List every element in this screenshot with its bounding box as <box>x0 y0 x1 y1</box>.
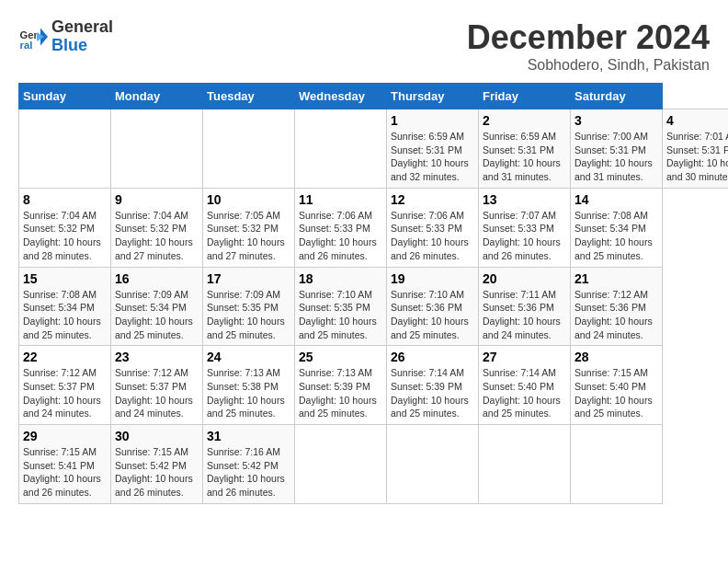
day-info: Sunrise: 7:13 AMSunset: 5:39 PMDaylight:… <box>299 367 377 419</box>
day-number: 20 <box>483 271 566 286</box>
empty-cell <box>111 109 203 189</box>
header-tuesday: Tuesday <box>203 84 295 109</box>
day-info: Sunrise: 7:09 AMSunset: 5:34 PMDaylight:… <box>115 289 193 340</box>
day-info: Sunrise: 7:10 AMSunset: 5:35 PMDaylight:… <box>299 289 377 340</box>
page-subtitle: Sobhodero, Sindh, Pakistan <box>467 57 710 74</box>
day-info: Sunrise: 7:14 AMSunset: 5:39 PMDaylight:… <box>391 367 469 419</box>
day-number: 19 <box>391 271 474 286</box>
day-info: Sunrise: 7:08 AMSunset: 5:34 PMDaylight:… <box>23 289 101 340</box>
day-info: Sunrise: 7:08 AMSunset: 5:34 PMDaylight:… <box>574 210 653 261</box>
day-info: Sunrise: 7:00 AMSunset: 5:31 PMDaylight:… <box>574 131 653 182</box>
day-info: Sunrise: 7:06 AMSunset: 5:33 PMDaylight:… <box>299 210 377 261</box>
day-info: Sunrise: 7:01 AMSunset: 5:31 PMDaylight:… <box>666 131 728 182</box>
day-info: Sunrise: 7:12 AMSunset: 5:37 PMDaylight:… <box>115 367 193 419</box>
day-info: Sunrise: 7:06 AMSunset: 5:33 PMDaylight:… <box>391 210 469 261</box>
day-info: Sunrise: 7:04 AMSunset: 5:32 PMDaylight:… <box>23 210 101 261</box>
calendar-day: 4Sunrise: 7:01 AMSunset: 5:31 PMDaylight… <box>663 109 729 189</box>
day-info: Sunrise: 6:59 AMSunset: 5:31 PMDaylight:… <box>391 131 469 182</box>
day-number: 25 <box>299 350 382 364</box>
empty-cell <box>203 109 295 189</box>
day-info: Sunrise: 7:04 AMSunset: 5:32 PMDaylight:… <box>115 210 193 261</box>
calendar-day: 17Sunrise: 7:09 AMSunset: 5:35 PMDayligh… <box>203 267 295 346</box>
calendar-day: 12Sunrise: 7:06 AMSunset: 5:33 PMDayligh… <box>387 188 479 267</box>
day-number: 4 <box>666 113 728 128</box>
day-number: 9 <box>115 192 199 207</box>
calendar-day: 13Sunrise: 7:07 AMSunset: 5:33 PMDayligh… <box>479 188 571 267</box>
day-number: 27 <box>483 350 566 364</box>
calendar-day: 8Sunrise: 7:04 AMSunset: 5:32 PMDaylight… <box>19 188 111 267</box>
calendar-week-4: 22Sunrise: 7:12 AMSunset: 5:37 PMDayligh… <box>19 346 729 425</box>
calendar-day: 29Sunrise: 7:15 AMSunset: 5:41 PMDayligh… <box>19 425 111 504</box>
day-number: 11 <box>299 192 382 207</box>
calendar-day: 27Sunrise: 7:14 AMSunset: 5:40 PMDayligh… <box>479 346 571 425</box>
page-title: December 2024 <box>467 18 710 57</box>
svg-text:ral: ral <box>20 40 33 51</box>
day-number: 3 <box>574 113 658 128</box>
day-number: 18 <box>299 271 382 286</box>
calendar-day: 25Sunrise: 7:13 AMSunset: 5:39 PMDayligh… <box>295 346 387 425</box>
calendar-day: 16Sunrise: 7:09 AMSunset: 5:34 PMDayligh… <box>111 267 203 346</box>
empty-cell <box>295 109 387 189</box>
calendar-day: 28Sunrise: 7:15 AMSunset: 5:40 PMDayligh… <box>571 346 663 425</box>
day-info: Sunrise: 7:16 AMSunset: 5:42 PMDaylight:… <box>207 446 285 498</box>
day-info: Sunrise: 7:12 AMSunset: 5:36 PMDaylight:… <box>574 289 653 340</box>
day-info: Sunrise: 7:07 AMSunset: 5:33 PMDaylight:… <box>483 210 561 261</box>
logo-text: General Blue <box>51 18 113 55</box>
day-number: 14 <box>574 192 658 207</box>
day-info: Sunrise: 7:09 AMSunset: 5:35 PMDaylight:… <box>207 289 285 340</box>
day-number: 31 <box>207 429 290 443</box>
logo: Gene ral General Blue <box>18 18 113 55</box>
header-thursday: Thursday <box>387 84 479 109</box>
calendar-day: 23Sunrise: 7:12 AMSunset: 5:37 PMDayligh… <box>111 346 203 425</box>
calendar-day: 1Sunrise: 6:59 AMSunset: 5:31 PMDaylight… <box>387 109 479 189</box>
empty-cell <box>19 109 111 189</box>
day-number: 28 <box>574 350 658 364</box>
header-saturday: Saturday <box>571 84 663 109</box>
day-number: 30 <box>115 429 199 443</box>
header-monday: Monday <box>111 84 203 109</box>
day-info: Sunrise: 7:10 AMSunset: 5:36 PMDaylight:… <box>391 289 469 340</box>
day-info: Sunrise: 7:15 AMSunset: 5:41 PMDaylight:… <box>23 446 101 498</box>
calendar-day: 9Sunrise: 7:04 AMSunset: 5:32 PMDaylight… <box>111 188 203 267</box>
calendar-table: SundayMondayTuesdayWednesdayThursdayFrid… <box>18 83 728 504</box>
logo-icon: Gene ral <box>18 22 48 52</box>
calendar-week-2: 8Sunrise: 7:04 AMSunset: 5:32 PMDaylight… <box>19 188 729 267</box>
calendar-day: 18Sunrise: 7:10 AMSunset: 5:35 PMDayligh… <box>295 267 387 346</box>
day-number: 13 <box>483 192 566 207</box>
logo-blue: Blue <box>51 37 113 55</box>
day-number: 16 <box>115 271 199 286</box>
day-info: Sunrise: 7:15 AMSunset: 5:42 PMDaylight:… <box>115 446 193 498</box>
calendar-week-1: 1Sunrise: 6:59 AMSunset: 5:31 PMDaylight… <box>19 109 729 189</box>
calendar-header-row: SundayMondayTuesdayWednesdayThursdayFrid… <box>19 84 729 109</box>
calendar-day <box>571 425 663 504</box>
day-number: 1 <box>391 113 474 128</box>
calendar-day: 22Sunrise: 7:12 AMSunset: 5:37 PMDayligh… <box>19 346 111 425</box>
calendar-day: 24Sunrise: 7:13 AMSunset: 5:38 PMDayligh… <box>203 346 295 425</box>
calendar-day: 15Sunrise: 7:08 AMSunset: 5:34 PMDayligh… <box>19 267 111 346</box>
calendar-day: 11Sunrise: 7:06 AMSunset: 5:33 PMDayligh… <box>295 188 387 267</box>
day-info: Sunrise: 6:59 AMSunset: 5:31 PMDaylight:… <box>483 131 561 182</box>
day-info: Sunrise: 7:11 AMSunset: 5:36 PMDaylight:… <box>483 289 561 340</box>
day-number: 26 <box>391 350 474 364</box>
calendar-day: 19Sunrise: 7:10 AMSunset: 5:36 PMDayligh… <box>387 267 479 346</box>
day-number: 24 <box>207 350 290 364</box>
calendar-day <box>387 425 479 504</box>
day-number: 22 <box>23 350 107 364</box>
day-info: Sunrise: 7:12 AMSunset: 5:37 PMDaylight:… <box>23 367 101 419</box>
title-block: December 2024 Sobhodero, Sindh, Pakistan <box>467 18 710 74</box>
header-sunday: Sunday <box>19 84 111 109</box>
calendar-day: 26Sunrise: 7:14 AMSunset: 5:39 PMDayligh… <box>387 346 479 425</box>
calendar-day <box>479 425 571 504</box>
day-number: 2 <box>483 113 566 128</box>
day-info: Sunrise: 7:15 AMSunset: 5:40 PMDaylight:… <box>574 367 653 419</box>
page-header: Gene ral General Blue December 2024 Sobh… <box>18 18 710 74</box>
logo-general: General <box>51 18 113 37</box>
calendar-day <box>295 425 387 504</box>
day-number: 21 <box>574 271 658 286</box>
day-number: 12 <box>391 192 474 207</box>
calendar-day: 10Sunrise: 7:05 AMSunset: 5:32 PMDayligh… <box>203 188 295 267</box>
header-wednesday: Wednesday <box>295 84 387 109</box>
day-number: 15 <box>23 271 107 286</box>
calendar-day: 21Sunrise: 7:12 AMSunset: 5:36 PMDayligh… <box>571 267 663 346</box>
day-info: Sunrise: 7:14 AMSunset: 5:40 PMDaylight:… <box>483 367 561 419</box>
